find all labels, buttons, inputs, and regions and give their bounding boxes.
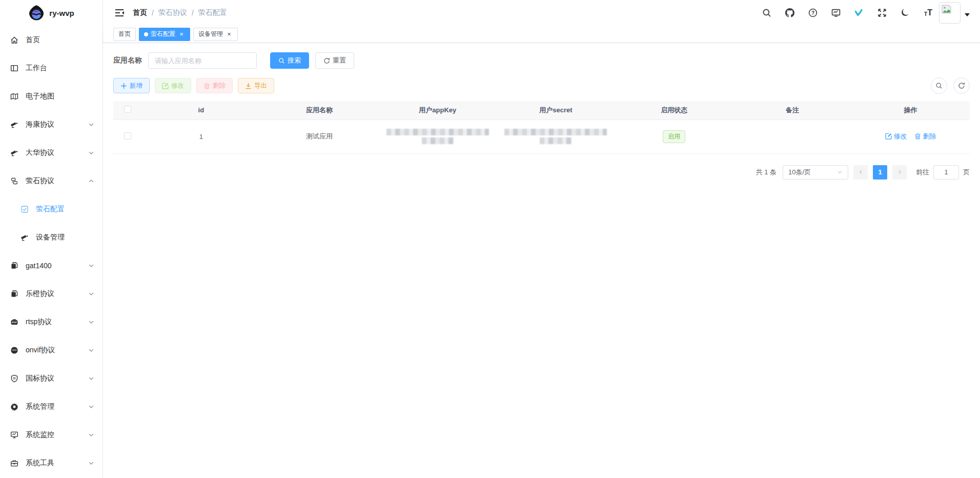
close-icon[interactable]: × bbox=[178, 31, 185, 38]
row-checkbox[interactable] bbox=[124, 132, 131, 140]
column-header-id: id bbox=[142, 101, 260, 120]
sidebar-item-label: onvif协议 bbox=[26, 346, 55, 355]
search-icon[interactable] bbox=[759, 5, 774, 21]
column-header-用户secret: 用户secret bbox=[497, 101, 615, 120]
user-menu[interactable] bbox=[939, 2, 970, 24]
chevron-down-icon bbox=[88, 460, 94, 466]
page-size-value: 10条/页 bbox=[788, 168, 811, 177]
export-button[interactable]: 导出 bbox=[238, 78, 274, 93]
rtsp-icon: RTSP bbox=[10, 318, 18, 326]
shield-icon bbox=[10, 374, 18, 383]
sidebar-item-系统监控[interactable]: 系统监控 bbox=[0, 421, 103, 449]
goto-suffix: 页 bbox=[963, 168, 970, 177]
sidebar-item-乐橙协议[interactable]: 乐橙协议 bbox=[0, 280, 103, 308]
row-删除-link[interactable]: 删除 bbox=[914, 132, 936, 141]
column-header-用户appKey: 用户appKey bbox=[378, 101, 497, 120]
moon-icon[interactable] bbox=[897, 5, 913, 21]
logo[interactable]: ry-wvp bbox=[0, 0, 103, 26]
goto-label: 前往 bbox=[916, 168, 929, 177]
breadcrumb-separator: / bbox=[192, 9, 194, 17]
tab-首页[interactable]: 首页 bbox=[113, 28, 136, 41]
close-icon[interactable]: × bbox=[226, 31, 233, 38]
sidebar-collapse-icon[interactable] bbox=[114, 8, 125, 17]
dashboard-icon[interactable] bbox=[828, 5, 844, 21]
sidebar-item-label: 工作台 bbox=[26, 64, 47, 73]
sidebar-item-系统管理[interactable]: 系统管理 bbox=[0, 392, 103, 421]
op-label: 修改 bbox=[894, 132, 907, 141]
sidebar-item-设备管理[interactable]: 设备管理 bbox=[0, 223, 103, 251]
cell-secret bbox=[497, 120, 615, 153]
sidebar-item-gat1400[interactable]: gat1400 bbox=[0, 251, 103, 280]
op-label: 删除 bbox=[923, 132, 936, 141]
delete-button[interactable]: 删除 bbox=[196, 78, 233, 93]
sidebar-item-rtsp协议[interactable]: RTSPrtsp协议 bbox=[0, 308, 103, 336]
svg-text:?: ? bbox=[811, 10, 814, 16]
sidebar-item-onvif协议[interactable]: ONVIFonvif协议 bbox=[0, 336, 103, 364]
chevron-down-icon bbox=[88, 404, 94, 410]
sidebar-item-label: gat1400 bbox=[26, 262, 52, 270]
table-row: 1测试应用启用修改删除 bbox=[113, 120, 970, 153]
goto-page: 前往 页 bbox=[916, 165, 970, 180]
reset-button[interactable]: 重置 bbox=[315, 52, 354, 69]
prev-page-button[interactable] bbox=[853, 165, 868, 180]
breadcrumb-item[interactable]: 萤石协议 bbox=[158, 8, 187, 17]
breadcrumb-separator: / bbox=[152, 9, 154, 17]
wvp-logo-icon[interactable] bbox=[851, 5, 867, 21]
status-badge: 启用 bbox=[663, 130, 685, 143]
reset-button-label: 重置 bbox=[333, 56, 346, 65]
sidebar-item-海康协议[interactable]: 海康协议 bbox=[0, 110, 103, 138]
app-title: ry-wvp bbox=[49, 9, 74, 17]
search-input[interactable] bbox=[148, 52, 257, 69]
app-layout: ry-wvp 首页工作台电子地图海康协议大华协议萤石协议萤石配置设备管理gat1… bbox=[0, 0, 980, 478]
column-header-操作: 操作 bbox=[851, 101, 970, 120]
search-button[interactable]: 搜索 bbox=[270, 52, 309, 69]
sidebar-item-电子地图[interactable]: 电子地图 bbox=[0, 82, 103, 110]
avatar[interactable] bbox=[939, 2, 961, 24]
tab-设备管理[interactable]: 设备管理× bbox=[193, 28, 238, 41]
next-page-button[interactable] bbox=[892, 165, 907, 180]
cell-id: 1 bbox=[142, 120, 260, 153]
add-button[interactable]: 新增 bbox=[113, 78, 150, 93]
plus-icon bbox=[120, 83, 127, 89]
page-number-button[interactable]: 1 bbox=[873, 165, 887, 180]
sidebar: ry-wvp 首页工作台电子地图海康协议大华协议萤石协议萤石配置设备管理gat1… bbox=[0, 0, 103, 478]
chevron-down-icon bbox=[88, 432, 94, 438]
sidebar-menu: 首页工作台电子地图海康协议大华协议萤石协议萤石配置设备管理gat1400乐橙协议… bbox=[0, 26, 103, 477]
search-field-label: 应用名称 bbox=[113, 56, 142, 65]
chevron-down-icon bbox=[837, 169, 843, 175]
chevron-up-icon bbox=[88, 178, 94, 184]
table-toolbar: 新增 修改 删除 导出 bbox=[113, 77, 970, 94]
sidebar-item-国标协议[interactable]: 国标协议 bbox=[0, 364, 103, 392]
breadcrumb-item[interactable]: 首页 bbox=[133, 8, 147, 17]
toggle-search-button[interactable] bbox=[931, 77, 947, 94]
data-table: id应用名称用户appKey用户secret启用状态备注操作 1测试应用启用修改… bbox=[113, 101, 970, 154]
page-size-select[interactable]: 10条/页 bbox=[783, 165, 848, 180]
sidebar-item-大华协议[interactable]: 大华协议 bbox=[0, 138, 103, 167]
sidebar-item-系统工具[interactable]: 系统工具 bbox=[0, 449, 103, 477]
edit-button[interactable]: 修改 bbox=[155, 78, 191, 93]
app-logo-icon bbox=[28, 5, 45, 21]
caret-down-icon[interactable] bbox=[965, 13, 970, 16]
row-修改-link[interactable]: 修改 bbox=[885, 132, 907, 141]
sidebar-item-工作台[interactable]: 工作台 bbox=[0, 54, 103, 82]
fullscreen-icon[interactable] bbox=[874, 5, 890, 21]
trash-icon bbox=[914, 133, 921, 140]
sidebar-item-首页[interactable]: 首页 bbox=[0, 26, 103, 54]
edit-button-label: 修改 bbox=[171, 82, 184, 90]
goto-page-input[interactable] bbox=[933, 165, 959, 180]
download-icon bbox=[245, 83, 252, 89]
home-icon bbox=[10, 36, 18, 44]
refresh-table-button[interactable] bbox=[953, 77, 970, 94]
onvif-icon: ONVIF bbox=[10, 346, 18, 354]
question-icon[interactable]: ? bbox=[805, 5, 821, 21]
sidebar-item-萤石协议[interactable]: 萤石协议 bbox=[0, 167, 103, 195]
font-size-icon[interactable]: TT bbox=[921, 5, 936, 21]
select-all-checkbox[interactable] bbox=[124, 106, 131, 113]
tab-label: 萤石配置 bbox=[151, 30, 175, 38]
tab-萤石配置[interactable]: 萤石配置× bbox=[139, 28, 190, 41]
edit-icon bbox=[885, 133, 892, 140]
sidebar-item-萤石配置[interactable]: 萤石配置 bbox=[0, 195, 103, 223]
cell-status: 启用 bbox=[615, 120, 733, 153]
copy-icon bbox=[10, 290, 18, 298]
github-icon[interactable] bbox=[782, 5, 798, 21]
